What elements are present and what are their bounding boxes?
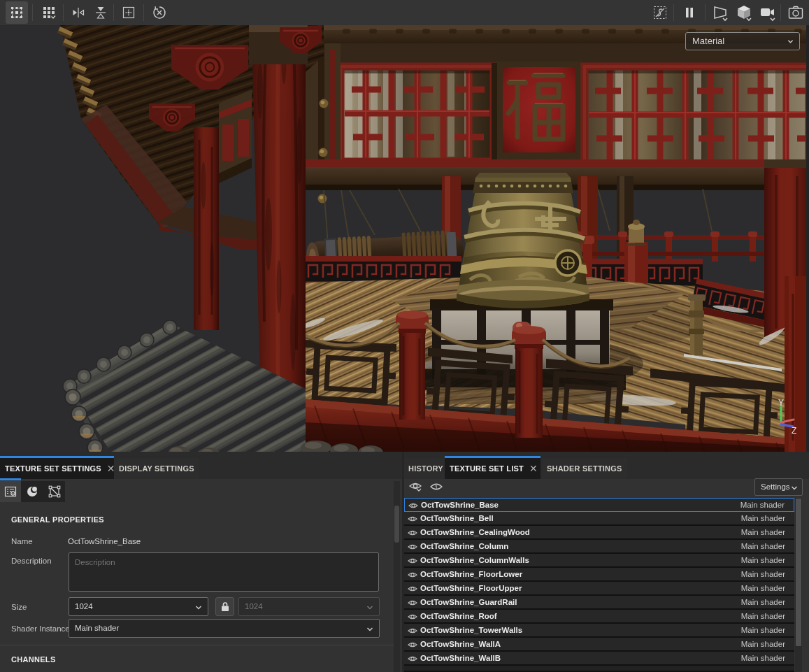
svg-text:Y: Y [778,398,784,408]
svg-text:Z: Z [792,426,796,436]
svg-text:1: 1 [434,484,438,491]
